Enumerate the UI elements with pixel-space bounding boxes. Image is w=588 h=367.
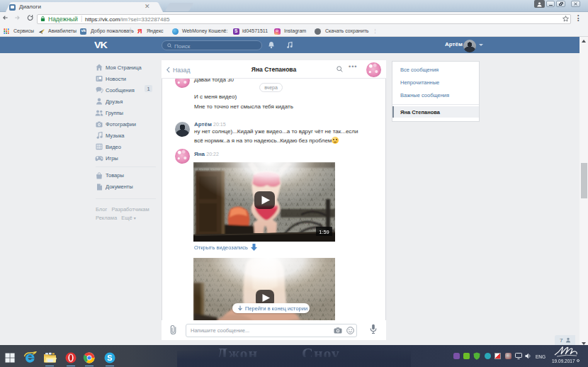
svg-text:1:59: 1:59 [319,229,329,235]
svg-text:S: S [107,354,112,362]
